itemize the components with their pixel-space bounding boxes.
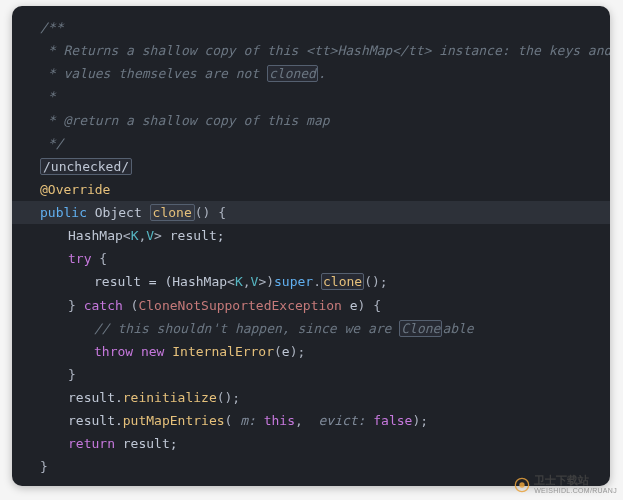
watermark: 卫士下载站 WEISHIDL.COM/RUANJ [514, 475, 617, 494]
docline: * values themselves are not cloned. [12, 62, 610, 85]
watermark-icon [514, 477, 530, 493]
docline: * [12, 85, 610, 108]
svg-point-1 [520, 482, 525, 487]
catch-line: } catch (CloneNotSupportedException e) { [12, 294, 610, 317]
docline: */ [12, 132, 610, 155]
watermark-text-cn: 卫士下载站 [534, 475, 617, 487]
put-line: result.putMapEntries( m: this, evict: fa… [12, 409, 610, 432]
reinit-line: result.reinitialize(); [12, 386, 610, 409]
highlight-clone: clone [150, 204, 195, 221]
inner-comment: // this shouldn't happen, since we are C… [12, 317, 610, 340]
highlight-cloned: cloned [267, 65, 318, 82]
watermark-text-en: WEISHIDL.COM/RUANJ [534, 487, 617, 494]
decl-line: HashMap<K,V> result; [12, 224, 610, 247]
docline: * @return a shallow copy of this map [12, 109, 610, 132]
throw-line: throw new InternalError(e); [12, 340, 610, 363]
override-line: @Override [12, 178, 610, 201]
highlight-clone-word: Clone [399, 320, 442, 337]
try-line: try { [12, 247, 610, 270]
docline: * Returns a shallow copy of this <tt>Has… [12, 39, 610, 62]
highlight-clone-call: clone [321, 273, 364, 290]
close-catch: } [12, 363, 610, 386]
code-editor[interactable]: /** * Returns a shallow copy of this <tt… [12, 6, 610, 486]
docline: /** [12, 16, 610, 39]
method-signature[interactable]: public Object clone() { [12, 201, 610, 224]
suppress-line: /unchecked/ [12, 155, 610, 178]
assign-line: result = (HashMap<K,V>)super.clone(); [12, 270, 610, 293]
return-line: return result; [12, 432, 610, 455]
